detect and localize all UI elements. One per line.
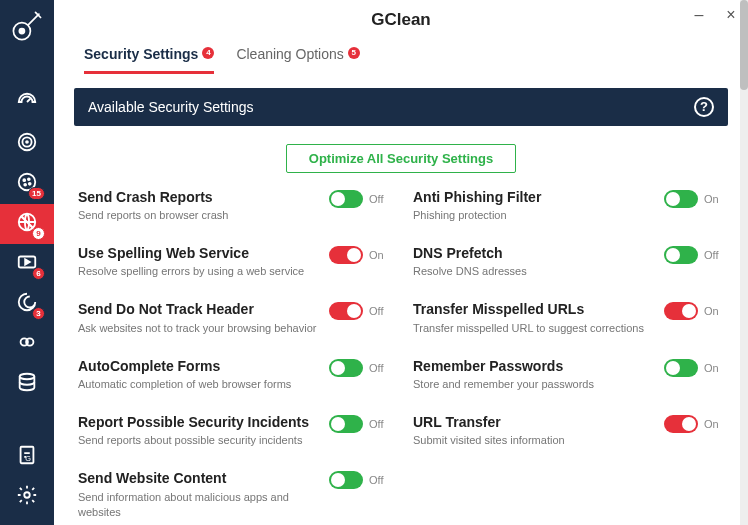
optimize-all-button[interactable]: Optimize All Security Settings (286, 144, 516, 173)
setting-desc: Send reports on browser crash (78, 208, 319, 223)
svg-point-17 (24, 492, 30, 498)
sidebar-badge: 6 (32, 267, 45, 280)
setting-desc: Store and remember your passwords (413, 377, 654, 392)
toggle-state-label: Off (369, 362, 389, 374)
toggle-switch[interactable] (329, 359, 363, 377)
setting-row: Use Spelling Web Service Resolve spellin… (78, 245, 389, 279)
toggle-switch[interactable] (329, 471, 363, 489)
tab-security-settings[interactable]: Security Settings4 (84, 46, 214, 74)
sidebar-item-report[interactable]: G (0, 437, 54, 477)
content-scroll[interactable]: Available Security Settings ? Optimize A… (54, 74, 748, 526)
svg-point-4 (26, 141, 28, 143)
svg-point-8 (24, 184, 26, 186)
setting-desc: Resolve DNS adresses (413, 264, 654, 279)
setting-row: AutoComplete Forms Automatic completion … (78, 358, 389, 392)
toggle-switch[interactable] (664, 246, 698, 264)
svg-text:G: G (25, 454, 31, 463)
link-icon (16, 331, 38, 357)
scrollbar-track[interactable] (740, 0, 748, 525)
tab-label: Cleaning Options (236, 46, 343, 62)
close-button[interactable]: × (724, 8, 738, 22)
toggle-switch[interactable] (329, 302, 363, 320)
settings-grid: Send Crash Reports Send reports on brows… (74, 189, 728, 520)
sidebar-item-link[interactable] (0, 324, 54, 364)
sidebar-badge: 3 (32, 307, 45, 320)
svg-point-14 (20, 374, 35, 380)
setting-row: Send Do Not Track Header Ask websites no… (78, 301, 389, 335)
setting-row: Remember Passwords Store and remember yo… (413, 358, 724, 392)
toggle-state-label: Off (369, 474, 389, 486)
target-icon (16, 131, 38, 157)
setting-desc: Send reports about possible security inc… (78, 433, 319, 448)
report-icon: G (16, 444, 38, 470)
setting-desc: Automatic completion of web browser form… (78, 377, 319, 392)
toggle-switch[interactable] (329, 415, 363, 433)
svg-point-9 (29, 183, 31, 185)
toggle-switch[interactable] (329, 246, 363, 264)
setting-desc: Phishing protection (413, 208, 654, 223)
setting-desc: Submit visited sites information (413, 433, 654, 448)
database-icon (16, 371, 38, 397)
setting-row: Anti Phishing Filter Phishing protection… (413, 189, 724, 223)
section-title: Available Security Settings (88, 99, 254, 115)
setting-title: URL Transfer (413, 414, 654, 432)
sidebar-item-target[interactable] (0, 124, 54, 164)
help-icon[interactable]: ? (694, 97, 714, 117)
toggle-state-label: Off (704, 249, 724, 261)
titlebar: GClean – × (54, 0, 748, 40)
toggle-state-label: Off (369, 418, 389, 430)
main-area: GClean – × Security Settings4Cleaning Op… (54, 0, 748, 525)
svg-point-6 (23, 179, 25, 181)
toggle-state-label: Off (369, 193, 389, 205)
setting-desc: Transfer misspelled URL to suggest corre… (413, 321, 654, 336)
tabs: Security Settings4Cleaning Options5 (54, 40, 748, 74)
setting-title: Send Crash Reports (78, 189, 319, 207)
sidebar-item-video[interactable]: 6 (0, 244, 54, 284)
setting-desc: Ask websites not to track your browsing … (78, 321, 319, 336)
tab-label: Security Settings (84, 46, 198, 62)
svg-point-1 (19, 29, 24, 34)
toggle-switch[interactable] (664, 302, 698, 320)
app-logo (0, 0, 54, 52)
setting-row: Transfer Misspelled URLs Transfer misspe… (413, 301, 724, 335)
toggle-switch[interactable] (329, 190, 363, 208)
setting-title: DNS Prefetch (413, 245, 654, 263)
setting-title: Send Website Content (78, 470, 319, 488)
settings-gear-icon (16, 484, 38, 510)
toggle-state-label: On (704, 362, 724, 374)
toggle-state-label: On (369, 249, 389, 261)
setting-row: DNS Prefetch Resolve DNS adresses Off (413, 245, 724, 279)
setting-title: AutoComplete Forms (78, 358, 319, 376)
sidebar-item-settings-gear[interactable] (0, 477, 54, 517)
setting-title: Transfer Misspelled URLs (413, 301, 654, 319)
tab-badge: 5 (348, 47, 360, 59)
toggle-switch[interactable] (664, 359, 698, 377)
section-header: Available Security Settings ? (74, 88, 728, 126)
toggle-state-label: On (704, 193, 724, 205)
minimize-button[interactable]: – (692, 8, 706, 22)
setting-title: Send Do Not Track Header (78, 301, 319, 319)
toggle-switch[interactable] (664, 190, 698, 208)
toggle-state-label: Off (369, 305, 389, 317)
sidebar-badge: 9 (32, 227, 45, 240)
svg-point-7 (28, 178, 30, 180)
toggle-state-label: On (704, 418, 724, 430)
sidebar-item-database[interactable] (0, 364, 54, 404)
sidebar-item-dashboard[interactable] (0, 84, 54, 124)
setting-row: Send Website Content Send information ab… (78, 470, 389, 519)
sidebar-item-globe-block[interactable]: 9 (0, 204, 54, 244)
app-title: GClean (371, 10, 431, 30)
setting-row: Report Possible Security Incidents Send … (78, 414, 389, 448)
setting-desc: Send information about malicious apps an… (78, 490, 319, 520)
sidebar-item-cookie[interactable]: 15 (0, 164, 54, 204)
toggle-switch[interactable] (664, 415, 698, 433)
tab-badge: 4 (202, 47, 214, 59)
sidebar-badge: 15 (28, 187, 45, 200)
setting-row: Send Crash Reports Send reports on brows… (78, 189, 389, 223)
scrollbar-thumb[interactable] (740, 0, 748, 90)
setting-title: Remember Passwords (413, 358, 654, 376)
tab-cleaning-options[interactable]: Cleaning Options5 (236, 46, 359, 71)
setting-row: URL Transfer Submit visited sites inform… (413, 414, 724, 448)
setting-title: Use Spelling Web Service (78, 245, 319, 263)
sidebar-item-swirl[interactable]: 3 (0, 284, 54, 324)
